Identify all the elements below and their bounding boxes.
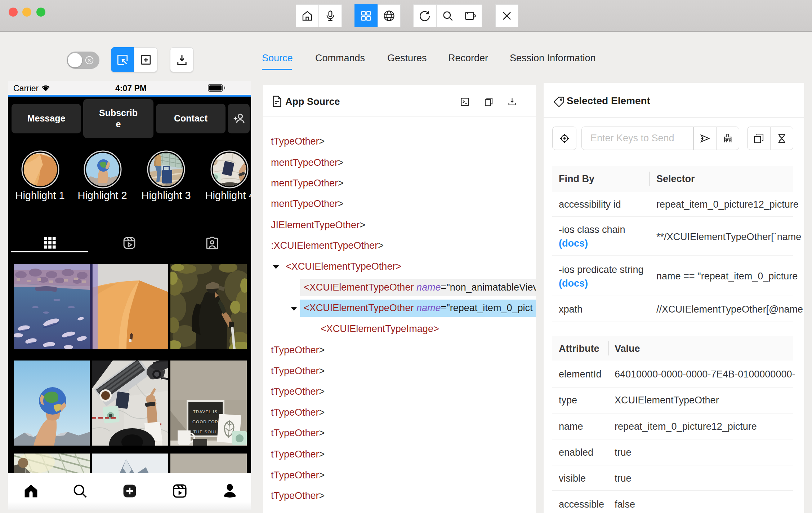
svg-text:THE SOUL: THE SOUL: [193, 430, 217, 434]
svg-text:TRAVEL IS: TRAVEL IS: [193, 410, 218, 414]
svg-text:GOOD FOR: GOOD FOR: [192, 420, 218, 424]
